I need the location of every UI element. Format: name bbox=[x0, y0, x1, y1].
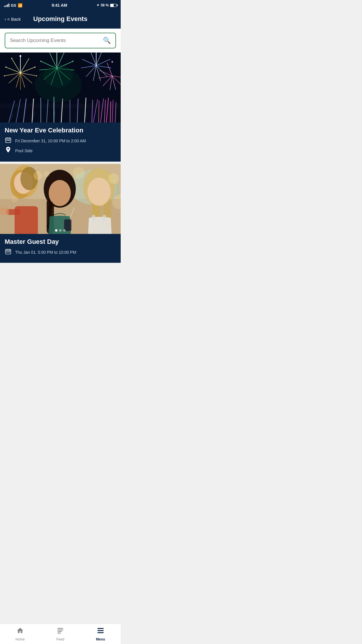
svg-point-20 bbox=[20, 55, 21, 57]
svg-point-112 bbox=[73, 167, 85, 178]
scroll-dots bbox=[55, 229, 66, 232]
svg-rect-1 bbox=[0, 106, 121, 123]
back-button[interactable]: ‹ < Back bbox=[5, 17, 21, 22]
search-box[interactable]: 🔍 bbox=[5, 33, 116, 48]
svg-point-17 bbox=[4, 75, 5, 76]
svg-rect-122 bbox=[8, 251, 9, 252]
events-list: New Year Eve Celebration Fri bbox=[0, 52, 121, 288]
svg-point-113 bbox=[108, 173, 119, 184]
calendar-icon-mgd bbox=[5, 249, 12, 256]
search-input[interactable] bbox=[10, 38, 103, 43]
event-date-text-nye: Fri December 31, 10:00 PM to 2:00 AM bbox=[15, 139, 86, 143]
search-container: 🔍 bbox=[0, 29, 121, 52]
svg-point-33 bbox=[40, 61, 41, 62]
bluetooth-icon: ✦ bbox=[96, 3, 99, 7]
signal-bar-3 bbox=[7, 4, 8, 7]
svg-rect-86 bbox=[6, 140, 7, 141]
svg-rect-110 bbox=[103, 215, 106, 221]
signal-bar-1 bbox=[4, 6, 5, 7]
status-right: ✦ 58 % bbox=[96, 3, 117, 7]
svg-point-108 bbox=[87, 178, 111, 206]
battery-label: 58 % bbox=[101, 3, 109, 7]
scroll-dot-2 bbox=[59, 229, 61, 232]
event-location-nye: Pool Side bbox=[5, 147, 116, 155]
carrier-label: GS bbox=[11, 3, 16, 8]
svg-point-81 bbox=[44, 64, 73, 88]
event-title-mgd: Master Guest Day bbox=[5, 238, 116, 246]
app-container: GS 📶 9:41 AM ✦ 58 % ‹ < Back Upcoming Ev… bbox=[0, 0, 121, 288]
svg-point-55 bbox=[112, 61, 113, 63]
event-date-mgd: Thu Jan 01. 5:00 PM to 10:00 PM bbox=[5, 249, 116, 256]
calendar-icon-nye bbox=[5, 137, 12, 144]
event-info-nye: New Year Eve Celebration Fri bbox=[0, 123, 121, 162]
back-label[interactable]: < Back bbox=[7, 17, 21, 22]
svg-rect-99 bbox=[0, 208, 9, 215]
svg-point-19 bbox=[36, 75, 37, 76]
scroll-dot-3 bbox=[63, 229, 66, 232]
svg-point-111 bbox=[34, 171, 42, 180]
svg-point-115 bbox=[44, 171, 50, 177]
event-date-nye: Fri December 31, 10:00 PM to 2:00 AM bbox=[5, 137, 116, 144]
event-info-mgd: Master Guest Day Thu Jan 01. bbox=[0, 234, 121, 263]
location-icon-nye bbox=[5, 147, 12, 155]
event-card-mgd[interactable]: Master Guest Day Thu Jan 01. bbox=[0, 164, 121, 263]
event-image-party bbox=[0, 164, 121, 234]
signal-bar-2 bbox=[6, 5, 6, 7]
search-icon: 🔍 bbox=[103, 37, 111, 44]
wifi-icon: 📶 bbox=[18, 3, 22, 8]
svg-point-114 bbox=[11, 195, 18, 202]
event-card-nye[interactable]: New Year Eve Celebration Fri bbox=[0, 52, 121, 162]
event-image-fireworks bbox=[0, 52, 121, 123]
battery-icon bbox=[110, 4, 117, 7]
svg-rect-88 bbox=[9, 140, 10, 141]
event-date-text-mgd: Thu Jan 01. 5:00 PM to 10:00 PM bbox=[15, 250, 76, 255]
signal-bars bbox=[4, 4, 9, 7]
svg-point-34 bbox=[72, 61, 73, 62]
status-left: GS 📶 bbox=[4, 3, 22, 8]
signal-bar-4 bbox=[8, 4, 9, 7]
back-chevron-icon: ‹ bbox=[5, 17, 6, 22]
status-bar: GS 📶 9:41 AM ✦ 58 % bbox=[0, 0, 121, 10]
page-header: ‹ < Back Upcoming Events bbox=[0, 10, 121, 29]
event-title-nye: New Year Eve Celebration bbox=[5, 127, 116, 134]
svg-rect-123 bbox=[9, 251, 10, 252]
event-location-text-nye: Pool Side bbox=[15, 148, 33, 153]
svg-rect-121 bbox=[6, 251, 7, 252]
svg-point-15 bbox=[11, 58, 12, 59]
svg-point-18 bbox=[34, 66, 36, 68]
page-title: Upcoming Events bbox=[33, 15, 87, 23]
scroll-dot-1 bbox=[55, 229, 57, 232]
svg-point-16 bbox=[5, 66, 6, 68]
time-display: 9:41 AM bbox=[52, 3, 67, 8]
svg-rect-87 bbox=[8, 140, 9, 141]
svg-rect-109 bbox=[92, 215, 95, 221]
